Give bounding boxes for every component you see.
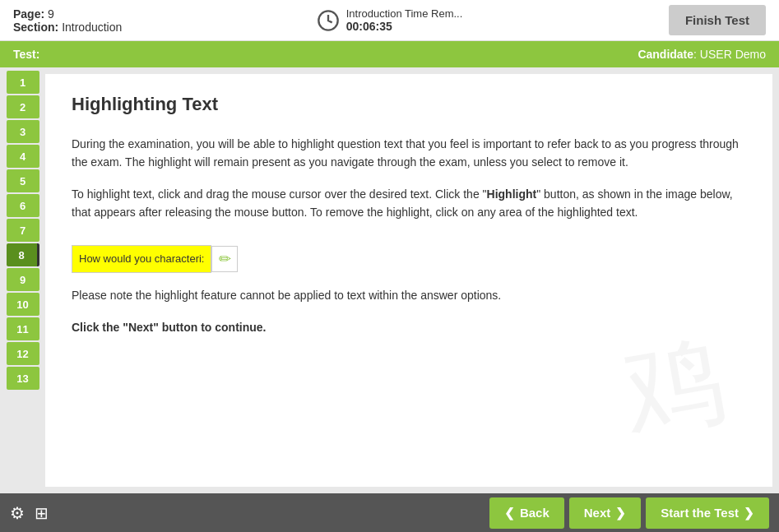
sidebar-item-5[interactable]: 5 [7, 169, 39, 192]
next-arrow-icon [615, 506, 626, 520]
start-test-arrow-icon [744, 506, 754, 520]
section-label: Section: [13, 21, 58, 34]
candidate-name: USER Demo [700, 48, 766, 61]
sidebar-item-8[interactable]: 8 [7, 243, 39, 266]
sidebar-item-2[interactable]: 2 [7, 95, 39, 118]
page-number: 9 [48, 7, 54, 21]
back-arrow-icon [504, 506, 515, 520]
highlight-keyword: Highlight [487, 187, 537, 201]
gear-icon[interactable]: ⚙ [10, 503, 25, 523]
sidebar-item-10[interactable]: 10 [7, 293, 39, 316]
back-label: Back [520, 506, 549, 520]
top-bar: Page: 9 Section: Introduction Introducti… [0, 0, 779, 41]
content-title: Highlighting Text [72, 94, 746, 115]
highlight-button-demo: ✏ [211, 246, 238, 272]
finish-test-button[interactable]: Finish Test [669, 5, 766, 35]
bottom-bar-left: ⚙ ⊞ [10, 503, 49, 523]
sidebar-item-1[interactable]: 1 [7, 71, 39, 94]
page-label: Page: [13, 7, 44, 21]
next-button[interactable]: Next [569, 497, 642, 529]
sidebar-item-13[interactable]: 13 [7, 367, 39, 390]
clock-icon [317, 9, 340, 32]
para2-prefix: To highlight text, click and drag the mo… [72, 187, 487, 201]
sidebar-item-4[interactable]: 4 [7, 145, 39, 168]
section-name: Introduction [62, 21, 122, 34]
paragraph-2: To highlight text, click and drag the mo… [72, 185, 746, 222]
test-label: Test: [13, 48, 39, 61]
back-button[interactable]: Back [489, 497, 564, 529]
main-area: 1 2 3 4 5 6 7 8 9 10 11 12 13 Highlighti… [0, 67, 779, 493]
timer-title: Introduction Time Rem... [346, 7, 463, 20]
demo-highlighted-text: How would you characteri: [72, 245, 211, 274]
candidate-label: Candidate [638, 48, 693, 61]
sidebar-item-11[interactable]: 11 [7, 317, 39, 340]
content-body: During the examination, you will be able… [72, 135, 746, 336]
timer-value: 00:06:35 [346, 20, 463, 33]
paragraph-3: Please note the highlight feature cannot… [72, 286, 746, 304]
timer-area: Introduction Time Rem... 00:06:35 [264, 7, 515, 33]
timer-info: Introduction Time Rem... 00:06:35 [346, 7, 463, 33]
page-section-info: Page: 9 Section: Introduction [13, 7, 264, 34]
content-panel: Highlighting Text During the examination… [45, 74, 772, 487]
grid-icon[interactable]: ⊞ [35, 503, 49, 523]
sidebar: 1 2 3 4 5 6 7 8 9 10 11 12 13 [0, 67, 45, 493]
start-test-label: Start the Test [661, 506, 739, 520]
click-next-note: Click the "Next" button to continue. [72, 318, 746, 336]
pencil-icon: ✏ [219, 247, 231, 271]
sidebar-item-12[interactable]: 12 [7, 342, 39, 365]
section-info: Section: Introduction [13, 21, 264, 34]
start-test-button[interactable]: Start the Test [646, 497, 769, 529]
sidebar-item-9[interactable]: 9 [7, 268, 39, 291]
top-bar-right: Finish Test [515, 5, 766, 35]
bottom-bar-right: Back Next Start the Test [489, 497, 769, 529]
sidebar-item-7[interactable]: 7 [7, 219, 39, 242]
candidate-info: Candidate: USER Demo [638, 48, 766, 61]
highlight-demo: How would you characteri:✏ [72, 245, 238, 274]
next-label: Next [584, 506, 611, 520]
paragraph-1: During the examination, you will be able… [72, 135, 746, 172]
sidebar-item-6[interactable]: 6 [7, 194, 39, 217]
info-bar: Test: Candidate: USER Demo [0, 41, 779, 67]
bottom-bar: ⚙ ⊞ Back Next Start the Test [0, 493, 779, 532]
page-info: Page: 9 [13, 7, 264, 21]
sidebar-item-3[interactable]: 3 [7, 120, 39, 143]
